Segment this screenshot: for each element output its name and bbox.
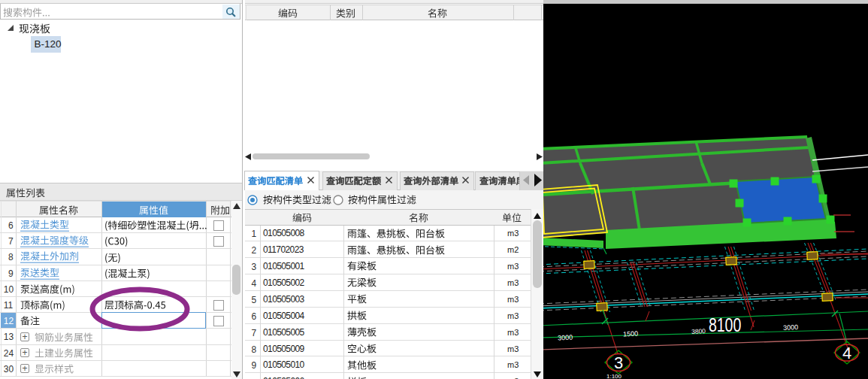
svg-text:4: 4 (842, 344, 851, 362)
svg-text:8100: 8100 (709, 315, 741, 336)
svg-text:3: 3 (614, 353, 623, 372)
svg-text:3000: 3000 (783, 323, 799, 332)
svg-text:3800: 3800 (691, 327, 706, 335)
svg-text:3000: 3000 (558, 333, 573, 341)
svg-text:1500: 1500 (623, 329, 639, 338)
svg-text:1:100: 1:100 (606, 373, 622, 379)
